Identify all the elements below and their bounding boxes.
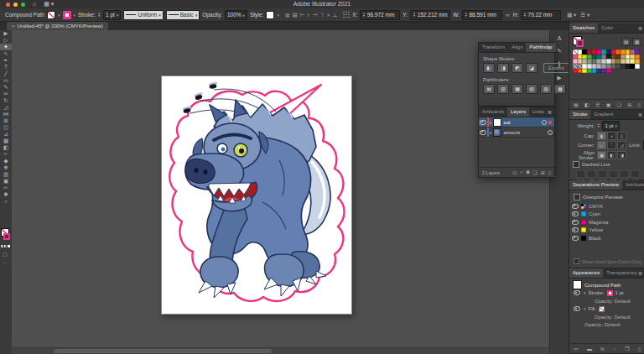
pathfinder-divide-button[interactable]: ▤ xyxy=(483,84,495,94)
tool-selection[interactable]: ▶ xyxy=(0,30,12,37)
visibility-eye-icon[interactable] xyxy=(573,305,581,313)
close-document-icon[interactable]: × xyxy=(12,23,15,29)
panel-menu-icon[interactable]: ≣ xyxy=(548,109,552,115)
expand-button[interactable]: Expand xyxy=(543,63,569,73)
reference-point-locator[interactable] xyxy=(343,12,350,18)
cap-round-button[interactable]: ◖ xyxy=(607,132,616,140)
x-field[interactable]: ▲▼96.972 mm xyxy=(360,10,400,20)
locate-object-icon[interactable]: ⌕ xyxy=(520,169,522,175)
list-view-icon[interactable]: ▤ xyxy=(621,38,631,46)
pathfinder-outline-button[interactable]: ▨ xyxy=(540,84,552,94)
tool-perspective-grid[interactable]: ⊿ xyxy=(0,131,12,138)
tab-transform[interactable]: Transform xyxy=(479,43,508,52)
tool-eyedropper[interactable]: ✁ xyxy=(0,151,12,158)
tab-color[interactable]: Color xyxy=(598,23,616,33)
tool-type[interactable]: T xyxy=(0,64,12,70)
tool-pen[interactable]: ✒ xyxy=(0,57,12,64)
dashed-line-checkbox[interactable] xyxy=(573,161,579,168)
clear-appearance-icon[interactable]: ◌ xyxy=(613,346,616,351)
appearance-fill-row[interactable]: ▾ Fill: xyxy=(573,305,644,314)
tool-paintbrush[interactable]: ✎ xyxy=(0,84,12,91)
spot-colors-checkbox[interactable] xyxy=(574,258,579,264)
tab-layers[interactable]: Layers xyxy=(507,107,529,117)
opacity-field[interactable]: 100%▸ xyxy=(225,10,247,20)
tool-artboard[interactable]: ▣ xyxy=(0,178,12,185)
new-stroke-icon[interactable]: ▭ xyxy=(574,346,579,351)
tool-hand[interactable]: ✱ xyxy=(0,191,12,198)
panel-menu-icon[interactable]: ≣ xyxy=(638,270,642,276)
tool-width[interactable]: ⋈ xyxy=(0,111,12,117)
disclosure-icon[interactable]: ▾ xyxy=(584,306,586,311)
pathfinder-minus-back-button[interactable]: ▩ xyxy=(554,84,566,94)
target-circle-icon[interactable] xyxy=(542,120,547,125)
height-field[interactable]: ▲▼79.22 mm xyxy=(521,10,561,20)
appearance-opacity-row[interactable]: Opacity: Default xyxy=(573,297,644,305)
stroke-weight-field[interactable]: 1 pt▾ xyxy=(103,10,121,20)
visibility-eye-icon[interactable] xyxy=(571,226,579,234)
tool-magic-wand[interactable]: ✦ xyxy=(0,44,12,50)
artboard[interactable] xyxy=(161,75,352,315)
tab-transparency[interactable]: Transparency xyxy=(603,268,640,278)
align-top-icon[interactable]: ⊤ xyxy=(319,12,325,18)
pathfinder-merge-button[interactable]: ▦ xyxy=(512,84,523,94)
align-left-icon[interactable]: ⊢ xyxy=(300,12,305,18)
weight-field[interactable]: 1 pt▾ xyxy=(602,121,620,131)
tab-swatches[interactable]: Swatches xyxy=(569,23,598,33)
new-layer-icon[interactable]: ⊞ xyxy=(541,169,545,175)
visibility-eye-icon[interactable] xyxy=(479,128,487,136)
align-right-icon[interactable]: ⊣ xyxy=(313,12,318,18)
layer-row-artwork[interactable]: ▸ artwork xyxy=(479,128,554,138)
pathfinder-crop-button[interactable]: ▧ xyxy=(526,84,538,94)
tool-blend[interactable]: ◆ xyxy=(0,158,12,164)
delete-layer-icon[interactable]: ▯ xyxy=(548,169,551,175)
fill-dropdown-caret[interactable]: ▾ xyxy=(58,13,60,18)
duplicate-item-icon[interactable]: ❐ xyxy=(625,346,629,351)
new-sublayer-icon[interactable]: ❏ xyxy=(532,169,537,175)
shape-mode-exclude-button[interactable]: ◪ xyxy=(526,63,538,73)
align-middle-icon[interactable]: ⊧ xyxy=(327,12,330,18)
tab-align[interactable]: Align xyxy=(508,43,526,52)
actions-panel-icon[interactable]: ▶ xyxy=(557,75,561,81)
document-tab[interactable]: × Untitled-45* @ 200% (CMYK/Preview) xyxy=(7,22,108,30)
panel-menu-icon[interactable]: ≣ xyxy=(548,44,552,50)
disclosure-icon[interactable]: ▾ xyxy=(584,290,586,295)
scrollbar-thumb[interactable] xyxy=(54,349,272,353)
y-field[interactable]: ▲▼152.212 mm xyxy=(410,10,450,20)
separation-plate-black[interactable]: Black xyxy=(571,234,644,242)
tab-stroke[interactable]: Stroke xyxy=(569,110,590,119)
panel-menu-icon[interactable]: ≣ xyxy=(638,25,642,31)
tool-rectangle[interactable]: ▭ xyxy=(0,77,12,84)
layer-name[interactable]: artwork xyxy=(504,130,548,135)
tool-lasso[interactable]: ∿ xyxy=(0,50,12,57)
panel-menu-icon[interactable]: ≣ xyxy=(638,112,642,117)
tool-gradient[interactable]: ◧ xyxy=(0,144,12,151)
visibility-eye-icon[interactable] xyxy=(571,211,579,218)
new-fill-icon[interactable]: ▬ xyxy=(587,346,592,351)
cap-projecting-button[interactable]: ▯ xyxy=(617,132,626,140)
swatch-options-icon[interactable]: ▣ xyxy=(606,102,611,107)
corner-round-button[interactable]: ⌒ xyxy=(607,141,616,149)
visibility-eye-icon[interactable] xyxy=(571,234,579,242)
tab-gradient[interactable]: Gradient xyxy=(590,110,616,119)
transform-menu-icon[interactable]: ▦ ▾ xyxy=(567,12,576,18)
appearance-stroke-row[interactable]: ▾ Stroke: 1 pt xyxy=(573,289,644,298)
shape-mode-intersect-button[interactable]: ◩ xyxy=(512,63,523,73)
separation-plate-cmyk[interactable]: CMYK xyxy=(571,202,644,211)
corner-bevel-button[interactable]: ◿ xyxy=(617,141,626,149)
stroke-weight-stepper[interactable]: ▲▼ xyxy=(98,13,101,18)
draw-mode-icon[interactable]: ▢ xyxy=(3,251,8,257)
tool-line-segment[interactable]: ╱ xyxy=(0,70,12,77)
constrain-proportions-icon[interactable]: ∞ xyxy=(505,12,511,18)
visibility-eye-icon[interactable] xyxy=(571,218,579,226)
separation-plate-yellow[interactable]: Yellow xyxy=(571,226,644,235)
appearance-opacity-row[interactable]: Opacity: Default xyxy=(573,321,644,330)
make-clipping-mask-icon[interactable]: ◙ xyxy=(527,169,530,175)
tool-slice[interactable]: ✂ xyxy=(0,185,12,191)
brushes-panel-icon[interactable]: ✎ xyxy=(557,48,562,55)
shape-mode-unite-button[interactable]: ◧ xyxy=(483,63,495,73)
document-setup-icon[interactable]: ▤ xyxy=(293,12,298,18)
graphic-style-swatch[interactable] xyxy=(266,11,274,19)
shape-mode-minus-front-button[interactable]: ◨ xyxy=(497,63,509,73)
swatch-themes-icon[interactable]: ◧ xyxy=(584,102,589,107)
tool-rotate[interactable]: ↻ xyxy=(0,97,12,104)
